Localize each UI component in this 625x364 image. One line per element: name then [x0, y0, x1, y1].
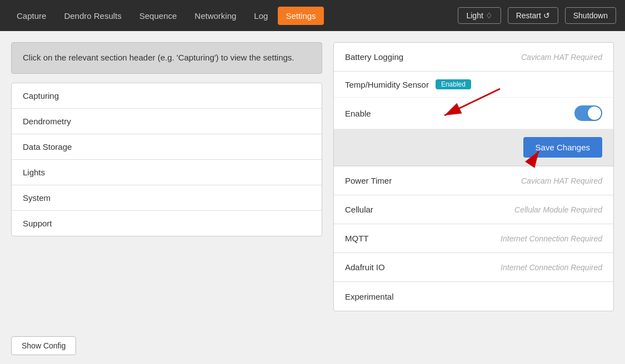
nav-settings[interactable]: Settings — [278, 7, 323, 25]
menu-lights[interactable]: Lights — [12, 160, 322, 185]
experimental-label: Experimental — [345, 292, 394, 301]
mqtt-row[interactable]: MQTT Internet Connection Required — [334, 224, 613, 253]
bottom-bar: Show Config — [0, 327, 87, 364]
cellular-label: Cellular — [345, 205, 373, 214]
restart-button[interactable]: Restart ↺ — [508, 7, 558, 24]
navbar: Capture Dendro Results Sequence Networki… — [0, 0, 625, 31]
info-box: Click on the relevant section header (e.… — [11, 42, 322, 74]
show-config-button[interactable]: Show Config — [11, 336, 76, 355]
nav-networking[interactable]: Networking — [187, 7, 244, 25]
enable-label: Enable — [345, 109, 371, 118]
temp-humidity-section: Temp/Humidity Sensor Enabled Enable Save… — [334, 72, 613, 166]
cellular-row[interactable]: Cellular Cellular Module Required — [334, 195, 613, 224]
power-timer-row[interactable]: Power Timer Cavicam HAT Required — [334, 166, 613, 195]
toggle-track — [574, 105, 602, 121]
adafruit-io-row[interactable]: Adafruit IO Internet Connection Required — [334, 253, 613, 282]
toggle-thumb — [588, 107, 601, 120]
menu-dendrometry[interactable]: Dendrometry — [12, 109, 322, 134]
battery-logging-note: Cavicam HAT Required — [521, 53, 602, 62]
nav-sequence[interactable]: Sequence — [132, 7, 185, 25]
save-changes-button[interactable]: Save Changes — [523, 137, 602, 158]
battery-logging-label: Battery Logging — [345, 52, 403, 62]
right-panel: Battery Logging Cavicam HAT Required Tem… — [333, 42, 614, 311]
info-box-text: Click on the relevant section header (e.… — [23, 53, 294, 62]
cellular-note: Cellular Module Required — [514, 205, 602, 214]
enable-row: Enable — [334, 98, 613, 129]
main-content: Click on the relevant section header (e.… — [0, 31, 625, 364]
enabled-badge: Enabled — [436, 79, 471, 89]
power-timer-label: Power Timer — [345, 176, 392, 185]
mqtt-label: MQTT — [345, 234, 369, 243]
adafruit-io-note: Internet Connection Required — [501, 263, 602, 272]
mqtt-note: Internet Connection Required — [501, 234, 602, 243]
battery-logging-row[interactable]: Battery Logging Cavicam HAT Required — [334, 43, 613, 72]
light-button[interactable]: Light ♢ — [458, 7, 501, 24]
save-footer: Save Changes — [334, 129, 613, 166]
shutdown-button[interactable]: Shutdown — [565, 7, 616, 24]
menu-system[interactable]: System — [12, 185, 322, 211]
power-timer-note: Cavicam HAT Required — [521, 176, 602, 185]
menu-capturing[interactable]: Capturing — [12, 83, 322, 109]
experimental-row[interactable]: Experimental — [334, 282, 613, 311]
nav-capture[interactable]: Capture — [9, 7, 54, 25]
temp-humidity-label: Temp/Humidity Sensor — [345, 80, 429, 89]
left-panel: Click on the relevant section header (e.… — [11, 42, 322, 353]
nav-log[interactable]: Log — [246, 7, 276, 25]
left-menu: Capturing Dendrometry Data Storage Light… — [11, 83, 322, 236]
enable-toggle[interactable] — [574, 105, 602, 121]
menu-support[interactable]: Support — [12, 211, 322, 236]
adafruit-io-label: Adafruit IO — [345, 262, 385, 272]
menu-data-storage[interactable]: Data Storage — [12, 134, 322, 160]
nav-dendro-results[interactable]: Dendro Results — [56, 7, 129, 25]
temp-humidity-header[interactable]: Temp/Humidity Sensor Enabled — [334, 72, 613, 98]
